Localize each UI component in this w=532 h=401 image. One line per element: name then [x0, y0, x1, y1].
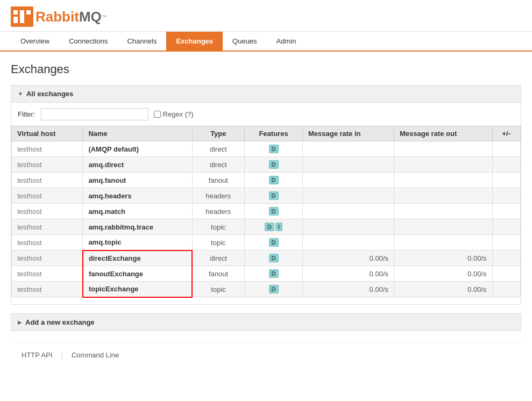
cell-vhost: testhost	[12, 157, 83, 173]
exchanges-table: Virtual host Name Type Features Message …	[11, 126, 521, 298]
command-line-link[interactable]: Command Line	[72, 351, 119, 359]
cell-features: D	[245, 204, 303, 219]
svg-rect-2	[13, 17, 18, 23]
add-exchange-section: ▶ Add a new exchange	[11, 313, 521, 331]
collapse-triangle-icon: ▼	[18, 91, 23, 97]
filter-row: Filter: Regex (?)	[11, 103, 521, 126]
header: RabbitMQ™ Overview Connections Channels …	[0, 0, 532, 52]
table-row: testhostamq.headersheadersD	[12, 188, 521, 204]
regex-label[interactable]: Regex (?)	[154, 110, 194, 118]
nav-exchanges[interactable]: Exchanges	[166, 32, 223, 51]
cell-rate-out	[394, 173, 492, 188]
cell-features: D	[245, 173, 303, 188]
main-content: Exchanges ▼ All exchanges Filter: Regex …	[0, 52, 532, 378]
cell-rate-out	[394, 235, 492, 250]
cell-name[interactable]: directExchange	[83, 250, 192, 266]
nav-connections[interactable]: Connections	[59, 32, 117, 51]
cell-vhost: testhost	[12, 188, 83, 204]
cell-name[interactable]: amq.topic	[83, 235, 192, 250]
cell-vhost: testhost	[12, 235, 83, 250]
table-row: testhosttopicExchangetopicD0.00/s0.00/s	[12, 282, 521, 297]
nav-admin[interactable]: Admin	[267, 32, 306, 51]
footer-separator: |	[61, 351, 63, 359]
feature-badge: D	[265, 223, 274, 231]
filter-label: Filter:	[18, 110, 36, 118]
regex-text: Regex (?)	[163, 110, 194, 118]
feature-badge: D	[269, 191, 279, 200]
cell-features: D	[245, 157, 303, 173]
all-exchanges-header[interactable]: ▼ All exchanges	[11, 85, 521, 103]
cell-rate-out	[394, 188, 492, 204]
col-features: Features	[245, 126, 303, 141]
cell-name[interactable]: amq.match	[83, 204, 192, 219]
table-row: testhostdirectExchangedirectD0.00/s0.00/…	[12, 250, 521, 266]
add-exchange-title: Add a new exchange	[25, 318, 95, 326]
cell-rate-in: 0.00/s	[302, 266, 394, 282]
logo-tm: ™	[102, 14, 107, 20]
col-type: Type	[192, 126, 245, 141]
cell-plusminus	[492, 188, 521, 204]
logo: RabbitMQ™	[11, 6, 521, 27]
cell-features: DI	[245, 219, 303, 235]
cell-vhost: testhost	[12, 204, 83, 219]
cell-plusminus	[492, 204, 521, 219]
cell-rate-out	[394, 141, 492, 157]
regex-checkbox[interactable]	[154, 111, 161, 118]
col-rate-in: Message rate in	[302, 126, 394, 141]
nav-channels[interactable]: Channels	[117, 32, 166, 51]
main-nav: Overview Connections Channels Exchanges …	[0, 32, 532, 52]
table-row: testhostamq.fanoutfanoutD	[12, 173, 521, 188]
cell-name[interactable]: (AMQP default)	[83, 141, 192, 157]
feature-badge: D	[269, 160, 279, 169]
cell-plusminus	[492, 219, 521, 235]
feature-badge: D	[269, 238, 279, 247]
table-header-row: Virtual host Name Type Features Message …	[12, 126, 521, 141]
cell-name[interactable]: fanoutExchange	[83, 266, 192, 282]
table-row: testhostamq.matchheadersD	[12, 204, 521, 219]
table-row: testhost(AMQP default)directD	[12, 141, 521, 157]
cell-rate-in	[302, 141, 394, 157]
cell-name[interactable]: topicExchange	[83, 282, 192, 297]
nav-queues[interactable]: Queues	[223, 32, 267, 51]
logo-icon	[11, 6, 33, 27]
cell-type: direct	[192, 157, 245, 173]
cell-type: fanout	[192, 173, 245, 188]
table-row: testhostfanoutExchangefanoutD0.00/s0.00/…	[12, 266, 521, 282]
cell-name[interactable]: amq.headers	[83, 188, 192, 204]
http-api-link[interactable]: HTTP API	[22, 351, 53, 359]
cell-name[interactable]: amq.direct	[83, 157, 192, 173]
cell-features: D	[245, 188, 303, 204]
cell-type: topic	[192, 219, 245, 235]
cell-type: direct	[192, 141, 245, 157]
add-exchange-header[interactable]: ▶ Add a new exchange	[11, 314, 521, 331]
cell-rate-out: 0.00/s	[394, 250, 492, 266]
cell-plusminus	[492, 141, 521, 157]
cell-type: topic	[192, 235, 245, 250]
feature-badge: D	[269, 285, 279, 293]
cell-features: D	[245, 141, 303, 157]
all-exchanges-section: ▼ All exchanges Filter: Regex (?) Virtua…	[11, 85, 521, 305]
svg-rect-3	[20, 10, 24, 23]
cell-rate-out	[394, 157, 492, 173]
cell-rate-out: 0.00/s	[394, 266, 492, 282]
all-exchanges-title: All exchanges	[26, 90, 73, 98]
cell-name[interactable]: amq.rabbitmq.trace	[83, 219, 192, 235]
cell-type: headers	[192, 204, 245, 219]
cell-type: headers	[192, 188, 245, 204]
filter-input[interactable]	[41, 108, 148, 120]
page-title: Exchanges	[11, 62, 521, 76]
nav-overview[interactable]: Overview	[11, 32, 59, 51]
cell-type: fanout	[192, 266, 245, 282]
cell-vhost: testhost	[12, 250, 83, 266]
col-vhost: Virtual host	[12, 126, 83, 141]
cell-features: D	[245, 235, 303, 250]
feature-badge: D	[269, 269, 279, 278]
table-row: testhostamq.directdirectD	[12, 157, 521, 173]
cell-vhost: testhost	[12, 266, 83, 282]
feature-badge: D	[269, 207, 279, 216]
cell-features: D	[245, 250, 303, 266]
add-triangle-icon: ▶	[18, 319, 22, 325]
feature-badge: D	[269, 176, 279, 184]
cell-name[interactable]: amq.fanout	[83, 173, 192, 188]
cell-plusminus	[492, 250, 521, 266]
